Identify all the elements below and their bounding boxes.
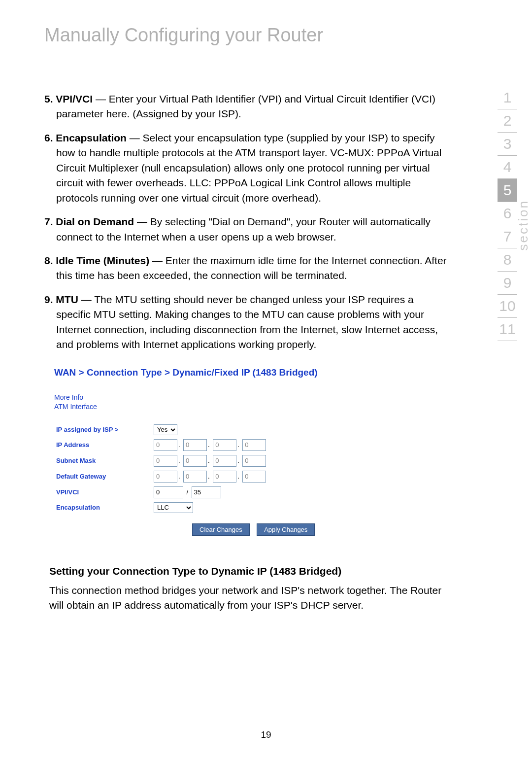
encapsulation-select[interactable]: LLC: [154, 502, 193, 513]
gateway-4[interactable]: [242, 471, 266, 483]
subsection-body: This connection method bridges your netw…: [49, 583, 448, 613]
subnet-1[interactable]: [154, 455, 177, 467]
apply-changes-button[interactable]: Apply Changes: [257, 523, 315, 536]
item-7-label: 7. Dial on Demand: [44, 216, 134, 227]
more-info-line1: More Info: [54, 393, 448, 403]
section-nav-10[interactable]: 10: [498, 295, 517, 318]
label-subnet-mask: Subnet Mask: [54, 454, 152, 467]
list-item-5: 5. VPI/VCI — Enter your Virtual Path Ide…: [44, 92, 448, 122]
list-item-8: 8. Idle Time (Minutes) — Enter the maxim…: [44, 253, 448, 283]
item-9-label: 9. MTU: [44, 294, 78, 305]
breadcrumb: WAN > Connection Type > Dynamic/Fixed IP…: [54, 367, 448, 378]
section-nav-4[interactable]: 4: [498, 156, 517, 179]
label-vpi-vci: VPI/VCI: [54, 486, 152, 499]
ip-assigned-select[interactable]: Yes: [154, 424, 177, 435]
section-nav-9[interactable]: 9: [498, 272, 517, 295]
label-encapsulation: Encapsulation: [54, 502, 152, 514]
section-label: section: [516, 200, 531, 250]
section-nav-2[interactable]: 2: [498, 109, 517, 133]
item-5-label: 5. VPI/VCI: [44, 93, 93, 104]
item-8-label: 8. Idle Time (Minutes): [44, 255, 149, 266]
label-ip-assigned: IP assigned by ISP >: [54, 424, 152, 436]
vci-input[interactable]: [192, 486, 221, 498]
more-info-line2: ATM Interface: [54, 402, 448, 412]
item-6-label: 6. Encapsulation: [44, 132, 127, 143]
subnet-3[interactable]: [213, 455, 236, 467]
list-item-7: 7. Dial on Demand — By selecting "Dial o…: [44, 214, 448, 244]
section-nav-6[interactable]: 6: [498, 202, 517, 225]
section-nav-11[interactable]: 11: [498, 318, 517, 341]
ip-address-3[interactable]: [213, 439, 236, 451]
gateway-2[interactable]: [183, 471, 207, 483]
section-nav-1[interactable]: 1: [498, 86, 517, 109]
list-item-9: 9. MTU — The MTU setting should never be…: [44, 292, 448, 352]
page-title: Manually Configuring your Router: [44, 25, 488, 52]
label-default-gateway: Default Gateway: [54, 470, 152, 483]
subnet-4[interactable]: [242, 455, 266, 467]
gateway-1[interactable]: [154, 471, 177, 483]
vpi-input[interactable]: [154, 486, 183, 498]
more-info-link[interactable]: More Info ATM Interface: [54, 393, 448, 412]
item-9-text: — The MTU setting should never be change…: [56, 294, 438, 350]
list-item-6: 6. Encapsulation — Select your encapsula…: [44, 131, 448, 206]
section-nav: 1 2 3 4 5 6 7 8 9 10 11: [498, 86, 517, 341]
label-ip-address: IP Address: [54, 439, 152, 451]
router-config-screenshot: WAN > Connection Type > Dynamic/Fixed IP…: [54, 367, 448, 536]
ip-address-2[interactable]: [183, 439, 207, 451]
section-nav-7[interactable]: 7: [498, 225, 517, 248]
section-nav-5[interactable]: 5: [498, 179, 517, 202]
ip-address-4[interactable]: [242, 439, 266, 451]
section-nav-8[interactable]: 8: [498, 248, 517, 272]
subnet-2[interactable]: [183, 455, 207, 467]
gateway-3[interactable]: [213, 471, 236, 483]
clear-changes-button[interactable]: Clear Changes: [192, 523, 250, 536]
item-5-text: — Enter your Virtual Path Identifier (VP…: [56, 93, 435, 119]
vpi-vci-separator: /: [185, 488, 189, 496]
subsection-heading: Setting your Connection Type to Dynamic …: [49, 565, 448, 577]
page-number: 19: [0, 729, 532, 740]
ip-address-1[interactable]: [154, 439, 177, 451]
section-nav-3[interactable]: 3: [498, 133, 517, 156]
